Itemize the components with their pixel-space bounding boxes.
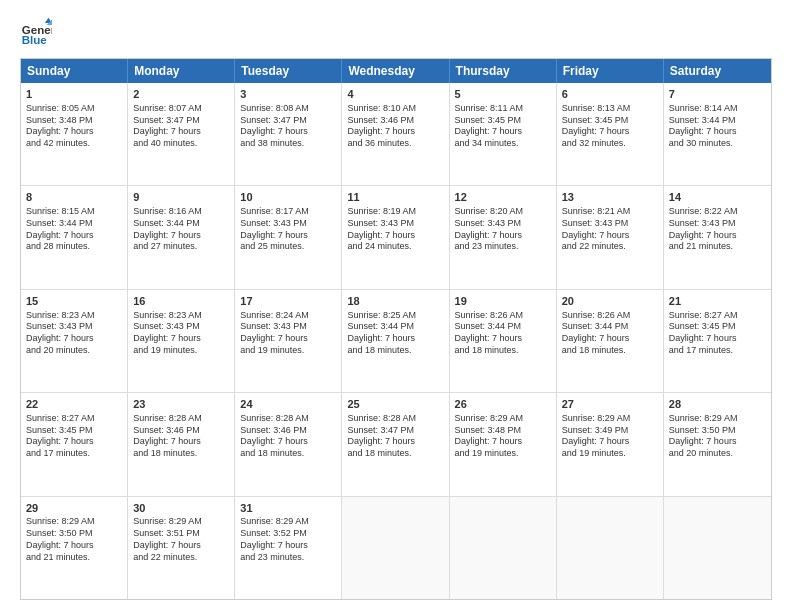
day-info-line: Daylight: 7 hours [455,333,551,345]
calendar-day-19: 19Sunrise: 8:26 AMSunset: 3:44 PMDayligh… [450,290,557,392]
calendar-day-26: 26Sunrise: 8:29 AMSunset: 3:48 PMDayligh… [450,393,557,495]
logo: General Blue [20,16,52,48]
calendar-day-16: 16Sunrise: 8:23 AMSunset: 3:43 PMDayligh… [128,290,235,392]
day-info-line: Sunset: 3:47 PM [347,425,443,437]
day-info-line: and 18 minutes. [455,345,551,357]
day-info-line: and 23 minutes. [240,552,336,564]
calendar-week-2: 8Sunrise: 8:15 AMSunset: 3:44 PMDaylight… [21,186,771,289]
day-info-line: and 28 minutes. [26,241,122,253]
day-number: 14 [669,190,766,205]
day-info-line: Sunrise: 8:21 AM [562,206,658,218]
day-info-line: Sunset: 3:45 PM [455,115,551,127]
day-info-line: and 23 minutes. [455,241,551,253]
day-number: 16 [133,294,229,309]
day-info-line: and 20 minutes. [26,345,122,357]
day-info-line: Sunrise: 8:27 AM [26,413,122,425]
day-number: 13 [562,190,658,205]
day-info-line: Sunrise: 8:29 AM [26,516,122,528]
day-info-line: Sunrise: 8:05 AM [26,103,122,115]
day-number: 23 [133,397,229,412]
day-info-line: Daylight: 7 hours [240,333,336,345]
day-info-line: Daylight: 7 hours [669,333,766,345]
header-monday: Monday [128,59,235,83]
day-number: 27 [562,397,658,412]
day-info-line: Sunset: 3:46 PM [240,425,336,437]
day-info-line: Daylight: 7 hours [669,436,766,448]
day-info-line: Sunrise: 8:08 AM [240,103,336,115]
day-number: 9 [133,190,229,205]
day-info-line: Sunrise: 8:15 AM [26,206,122,218]
header-saturday: Saturday [664,59,771,83]
day-number: 30 [133,501,229,516]
day-info-line: Sunset: 3:43 PM [26,321,122,333]
day-info-line: Daylight: 7 hours [562,333,658,345]
day-info-line: Sunrise: 8:19 AM [347,206,443,218]
header-friday: Friday [557,59,664,83]
day-number: 3 [240,87,336,102]
day-info-line: Sunset: 3:43 PM [240,218,336,230]
calendar-day-30: 30Sunrise: 8:29 AMSunset: 3:51 PMDayligh… [128,497,235,599]
day-info-line: and 40 minutes. [133,138,229,150]
day-info-line: and 18 minutes. [240,448,336,460]
day-info-line: Daylight: 7 hours [669,230,766,242]
day-info-line: Sunset: 3:43 PM [133,321,229,333]
day-info-line: Sunrise: 8:14 AM [669,103,766,115]
day-number: 15 [26,294,122,309]
day-info-line: Sunset: 3:50 PM [26,528,122,540]
calendar-day-1: 1Sunrise: 8:05 AMSunset: 3:48 PMDaylight… [21,83,128,185]
day-info-line: and 24 minutes. [347,241,443,253]
day-info-line: Sunrise: 8:26 AM [562,310,658,322]
day-info-line: Daylight: 7 hours [347,436,443,448]
day-info-line: Daylight: 7 hours [562,436,658,448]
day-info-line: Daylight: 7 hours [26,436,122,448]
day-info-line: Daylight: 7 hours [26,540,122,552]
day-number: 1 [26,87,122,102]
calendar-week-1: 1Sunrise: 8:05 AMSunset: 3:48 PMDaylight… [21,83,771,186]
day-info-line: Sunset: 3:44 PM [347,321,443,333]
day-info-line: Sunset: 3:49 PM [562,425,658,437]
day-info-line: Daylight: 7 hours [347,230,443,242]
day-info-line: Sunrise: 8:28 AM [347,413,443,425]
calendar-week-3: 15Sunrise: 8:23 AMSunset: 3:43 PMDayligh… [21,290,771,393]
day-info-line: Daylight: 7 hours [240,230,336,242]
calendar-day-6: 6Sunrise: 8:13 AMSunset: 3:45 PMDaylight… [557,83,664,185]
day-info-line: Sunset: 3:48 PM [455,425,551,437]
calendar-day-11: 11Sunrise: 8:19 AMSunset: 3:43 PMDayligh… [342,186,449,288]
day-info-line: and 17 minutes. [669,345,766,357]
calendar-day-17: 17Sunrise: 8:24 AMSunset: 3:43 PMDayligh… [235,290,342,392]
day-info-line: Sunset: 3:44 PM [669,115,766,127]
day-info-line: and 27 minutes. [133,241,229,253]
day-info-line: and 18 minutes. [562,345,658,357]
day-info-line: Sunset: 3:43 PM [240,321,336,333]
day-number: 28 [669,397,766,412]
day-info-line: Sunrise: 8:17 AM [240,206,336,218]
day-info-line: Sunrise: 8:10 AM [347,103,443,115]
calendar-day-10: 10Sunrise: 8:17 AMSunset: 3:43 PMDayligh… [235,186,342,288]
calendar-day-15: 15Sunrise: 8:23 AMSunset: 3:43 PMDayligh… [21,290,128,392]
day-info-line: Sunset: 3:44 PM [562,321,658,333]
day-info-line: Sunrise: 8:16 AM [133,206,229,218]
calendar-day-9: 9Sunrise: 8:16 AMSunset: 3:44 PMDaylight… [128,186,235,288]
day-number: 19 [455,294,551,309]
calendar-day-empty [450,497,557,599]
day-info-line: Sunset: 3:43 PM [455,218,551,230]
day-info-line: Daylight: 7 hours [133,436,229,448]
day-info-line: Sunrise: 8:27 AM [669,310,766,322]
day-info-line: Daylight: 7 hours [133,126,229,138]
calendar-day-2: 2Sunrise: 8:07 AMSunset: 3:47 PMDaylight… [128,83,235,185]
calendar-week-5: 29Sunrise: 8:29 AMSunset: 3:50 PMDayligh… [21,497,771,599]
day-info-line: Sunrise: 8:07 AM [133,103,229,115]
day-info-line: Daylight: 7 hours [26,126,122,138]
day-info-line: and 19 minutes. [133,345,229,357]
day-info-line: and 42 minutes. [26,138,122,150]
day-info-line: Daylight: 7 hours [240,436,336,448]
calendar-header-row: Sunday Monday Tuesday Wednesday Thursday… [21,59,771,83]
day-info-line: Sunset: 3:44 PM [455,321,551,333]
day-info-line: and 21 minutes. [669,241,766,253]
day-info-line: Daylight: 7 hours [240,540,336,552]
day-info-line: Daylight: 7 hours [347,126,443,138]
calendar-day-27: 27Sunrise: 8:29 AMSunset: 3:49 PMDayligh… [557,393,664,495]
day-info-line: Sunset: 3:45 PM [562,115,658,127]
day-info-line: Sunset: 3:52 PM [240,528,336,540]
page-header: General Blue [20,16,772,48]
